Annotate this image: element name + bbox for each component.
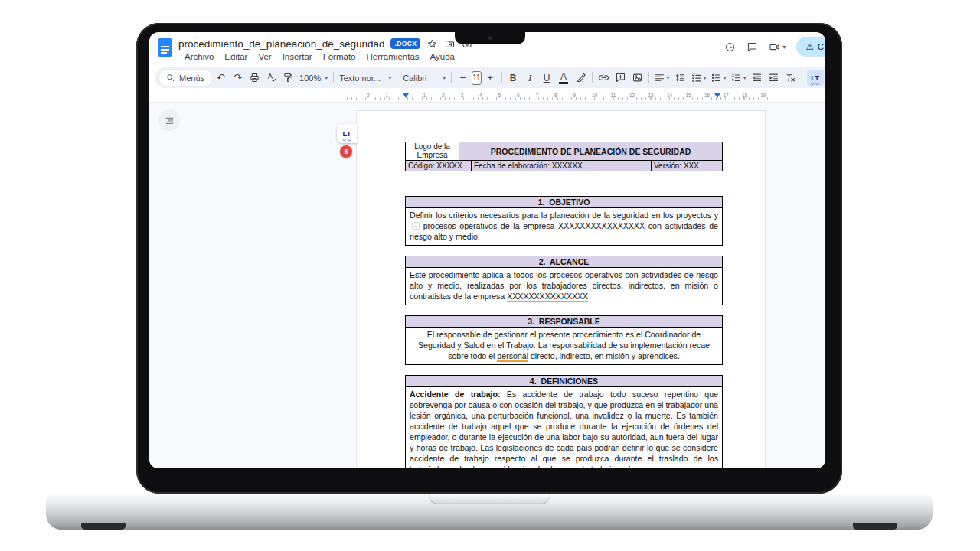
add-comment-button[interactable] [612, 70, 629, 86]
bulleted-list-button[interactable]: ▾ [709, 70, 728, 86]
line-spacing-button[interactable] [672, 70, 688, 86]
doc-section: 3. RESPONSABLEEl responsable de gestiona… [405, 315, 723, 365]
bold-button[interactable]: B [505, 70, 521, 86]
docx-format-badge: .DOCX [390, 38, 420, 49]
google-docs-logo-icon[interactable] [158, 38, 172, 57]
align-button[interactable]: ▾ [652, 70, 671, 86]
doc-section: 1. OBJETIVODefinir los criterios necesar… [405, 196, 723, 246]
highlight-color-button[interactable] [573, 70, 589, 86]
ruler-number: 12 [629, 93, 635, 98]
menu-archivo[interactable]: Archivo [185, 52, 214, 61]
decrease-font-size-button[interactable]: − [455, 70, 471, 86]
toolbar-divider [592, 72, 593, 83]
doc-text-run: procesos operativos de la empresa XXXXXX… [410, 221, 718, 241]
section-body[interactable]: Este procedimiento aplica a todos los pr… [405, 268, 723, 305]
ruler-number: 10 [592, 93, 597, 98]
increase-indent-button[interactable] [766, 70, 782, 86]
menus-search-button[interactable]: Menús [159, 70, 212, 86]
toolbar-divider [648, 72, 649, 83]
menu-herramientas[interactable]: Herramientas [367, 52, 420, 61]
warning-icon: ⚠ [805, 41, 813, 52]
increase-font-size-button[interactable]: + [482, 70, 498, 86]
webcam-dot [488, 36, 492, 40]
share-button[interactable]: ⚠ C [796, 37, 825, 57]
right-indent-marker[interactable] [714, 93, 720, 98]
lid-opening-notch [429, 494, 550, 504]
section-heading: 3. RESPONSABLE [405, 315, 723, 328]
section-body[interactable]: Definir los criterios necesarios para la… [405, 208, 723, 246]
spellcheck-icon [266, 72, 277, 83]
toolbar-divider [501, 72, 502, 83]
underline-button[interactable]: U [539, 70, 555, 86]
star-icon[interactable] [426, 38, 438, 50]
document-page[interactable]: Logo de la Empresa PROCEDIMIENTO DE PLAN… [356, 110, 766, 468]
version-history-icon[interactable] [724, 41, 736, 53]
section-heading: 1. OBJETIVO [405, 196, 723, 208]
print-button[interactable] [247, 70, 263, 86]
doc-header-table: Logo de la Empresa PROCEDIMIENTO DE PLAN… [405, 142, 723, 171]
checklist-button[interactable]: ▾ [689, 70, 708, 86]
show-outline-button[interactable] [158, 109, 180, 131]
menu-editar[interactable]: Editar [224, 52, 247, 61]
languagetool-toolbar-button[interactable]: LT [805, 70, 825, 86]
menu-ayuda[interactable]: Ayuda [430, 52, 455, 61]
spelling-check-button[interactable] [263, 70, 279, 86]
chevron-down-icon: ▾ [743, 74, 746, 81]
clear-formatting-button[interactable] [782, 70, 799, 86]
checklist-icon [691, 72, 702, 83]
ruler-number: 18 [742, 93, 747, 98]
text-color-icon: A [559, 72, 568, 84]
text-color-button[interactable]: A [556, 70, 572, 86]
toolbar-divider [451, 72, 452, 83]
highlighter-icon [575, 72, 586, 83]
section-body[interactable]: El responsable de gestionar el presente … [405, 328, 723, 365]
font-family-select[interactable]: Calibri▾ [400, 70, 448, 86]
laptop-foot [853, 523, 897, 530]
redo-button[interactable]: ↷ [230, 70, 246, 86]
comment-add-icon [615, 72, 626, 83]
paragraph-style-select[interactable]: Texto nor...▾ [337, 70, 394, 86]
numbered-list-button[interactable]: ▾ [729, 70, 748, 86]
languagetool-floating-widget[interactable]: LT [337, 124, 357, 143]
logo-cell: Logo de la Empresa [406, 142, 459, 160]
toolbar-divider [802, 72, 802, 83]
ruler-number: 1 [423, 93, 426, 98]
suggestion-underlined-text: personal [497, 351, 528, 362]
languagetool-error-count-badge[interactable]: 6 [340, 145, 352, 158]
clear-format-icon [785, 72, 796, 83]
align-left-icon [654, 72, 665, 83]
italic-button[interactable]: I [522, 70, 538, 86]
ruler-number: 17 [724, 93, 729, 98]
comments-icon[interactable] [746, 41, 758, 53]
section-body[interactable]: Accidente de trabajo: Es accidente de tr… [405, 387, 723, 468]
printer-icon [249, 72, 260, 83]
paint-format-button[interactable] [280, 70, 296, 86]
doc-sections: 1. OBJETIVODefinir los criterios necesar… [405, 196, 721, 468]
insert-image-button[interactable] [629, 70, 645, 86]
zoom-select[interactable]: 100%▾ [297, 70, 330, 86]
move-folder-icon[interactable] [444, 38, 456, 50]
left-indent-marker[interactable] [403, 93, 409, 98]
inline-suggestion-marker[interactable]: ⌄ [412, 222, 420, 230]
numbered-list-icon [730, 72, 742, 83]
ruler-number: 8 [554, 93, 557, 98]
decrease-indent-button[interactable] [749, 70, 765, 86]
font-size-input[interactable]: 11 [472, 71, 481, 85]
version-cell: Versión: XXX [652, 161, 722, 171]
ruler-number: 2 [442, 93, 445, 98]
menu-formato[interactable]: Formato [323, 52, 356, 61]
menu-ver[interactable]: Ver [258, 52, 271, 61]
meet-presence-button[interactable]: ▾ [769, 41, 786, 53]
search-icon [165, 73, 175, 83]
toolbar-divider [397, 72, 397, 83]
undo-button[interactable]: ↶ [213, 70, 229, 86]
chevron-down-icon: ▾ [388, 74, 391, 81]
document-title[interactable]: procedimiento_de_planeación_de_seguridad [178, 38, 384, 50]
ruler-number: 11 [611, 93, 616, 98]
document-canvas: LT 6 Logo de la Empresa PROCEDIMIENTO DE… [149, 103, 825, 468]
ruler-number: 5 [498, 93, 501, 98]
horizontal-ruler[interactable]: 2112345678910111213141516171819 [149, 92, 825, 103]
menu-insertar[interactable]: Insertar [283, 52, 312, 61]
insert-link-button[interactable] [596, 70, 612, 86]
section-heading: 2. ALCANCE [405, 256, 723, 268]
